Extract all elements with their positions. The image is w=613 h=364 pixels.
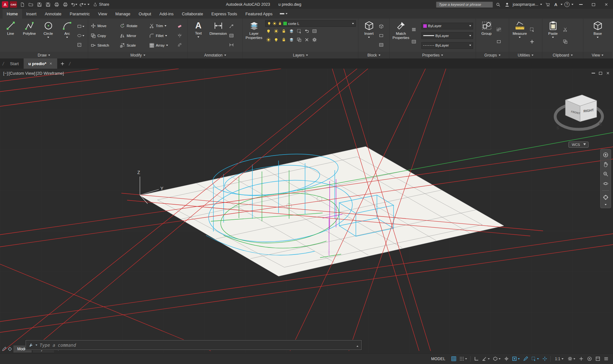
viewport-view-control[interactable]: [Custom View]: [9, 71, 35, 76]
layer-freeze-icon[interactable]: [274, 29, 279, 34]
autocad-logo-icon[interactable]: A: [2, 1, 8, 8]
batch-plot-icon[interactable]: [62, 1, 69, 8]
quick-properties-button[interactable]: [411, 39, 416, 44]
layer-walk-icon[interactable]: [289, 37, 294, 42]
window-restore-button[interactable]: [588, 1, 599, 8]
ribbon-tab-parametric[interactable]: Parametric: [65, 9, 94, 19]
isolate-objects-button[interactable]: [586, 355, 593, 363]
object-snap-toggle[interactable]: [511, 355, 521, 363]
object-color-dropdown[interactable]: ByLayer: [421, 23, 473, 29]
autocad-badge-icon[interactable]: CAD: [10, 1, 17, 8]
panel-layers-footer[interactable]: Layers: [243, 52, 358, 58]
command-input[interactable]: [40, 343, 354, 348]
erase-button[interactable]: [177, 24, 182, 29]
undo-icon[interactable]: [70, 1, 77, 8]
move-button[interactable]: Move: [90, 23, 118, 29]
grid-toggle[interactable]: [450, 355, 457, 363]
rotate-button[interactable]: Rotate: [119, 23, 147, 29]
workspace-settings-button[interactable]: [566, 355, 577, 363]
turn-all-layers-on-icon[interactable]: [266, 37, 271, 42]
ribbon-tab-addins[interactable]: Add-ins: [155, 9, 178, 19]
compass-east-label[interactable]: E: [599, 122, 602, 126]
layer-lock-toggle-icon[interactable]: [281, 29, 286, 34]
linetype-dropdown[interactable]: ByLayer: [421, 42, 473, 49]
layer-delete-icon[interactable]: [304, 37, 309, 42]
redo-icon[interactable]: [79, 1, 86, 8]
open-file-icon[interactable]: [27, 1, 34, 8]
panel-draw-footer[interactable]: Draw: [0, 52, 88, 58]
pencil-icon[interactable]: [2, 347, 6, 351]
panel-block-footer[interactable]: Block: [358, 52, 389, 58]
measure-button[interactable]: Measure: [511, 19, 529, 52]
trim-button[interactable]: Trim: [148, 23, 176, 29]
group-button[interactable]: Group: [478, 19, 495, 52]
ribbon-tab-collaborate[interactable]: Collaborate: [178, 9, 207, 19]
user-menu-caret-icon[interactable]: [540, 4, 542, 5]
ellipse-button[interactable]: [77, 33, 84, 38]
clean-screen-button[interactable]: [594, 355, 602, 363]
customization-menu-button[interactable]: [602, 355, 610, 363]
thaw-all-layers-icon[interactable]: [274, 37, 279, 42]
plot-icon[interactable]: [53, 1, 60, 8]
paste-button[interactable]: Paste: [544, 19, 562, 52]
layer-off-icon[interactable]: [266, 29, 271, 34]
annotation-monitor-button[interactable]: [577, 355, 585, 363]
scale-button[interactable]: Scale: [119, 42, 147, 49]
new-file-icon[interactable]: [19, 1, 26, 8]
copy-clip-button[interactable]: [563, 39, 568, 44]
panel-clipboard-footer[interactable]: Clipboard: [542, 52, 583, 58]
zoom-icon[interactable]: [603, 171, 609, 177]
fillet-button[interactable]: Fillet: [148, 33, 176, 39]
layer-state-icon[interactable]: [312, 29, 317, 34]
autodesk-app-icon[interactable]: A: [553, 2, 559, 7]
new-drawing-tab-button[interactable]: [57, 58, 68, 69]
search-icon[interactable]: [495, 1, 502, 8]
steering-target-icon[interactable]: [603, 194, 609, 200]
navigation-bar[interactable]: [600, 149, 611, 208]
save-as-icon[interactable]: [44, 1, 51, 8]
polyline-button[interactable]: Polyline: [20, 19, 38, 52]
viewport-restore-icon[interactable]: [599, 72, 602, 75]
base-button[interactable]: Base: [589, 19, 607, 52]
share-button[interactable]: Share: [91, 2, 111, 7]
drawing-canvas[interactable]: Z Y S E FRONT RIGHT: [0, 69, 613, 353]
wcs-label[interactable]: WCS: [572, 143, 580, 147]
window-close-button[interactable]: [601, 1, 612, 8]
offset-button[interactable]: [177, 42, 182, 47]
viewport-minimize-control[interactable]: [−]: [3, 71, 8, 76]
text-button[interactable]: AText: [189, 19, 207, 52]
signed-in-user[interactable]: joaopmarque...: [513, 2, 538, 7]
match-properties-button[interactable]: Match Properties: [391, 19, 410, 52]
viewport-close-icon[interactable]: [606, 71, 610, 75]
viewport-minimize-icon[interactable]: [592, 73, 595, 73]
navigation-wheel-icon[interactable]: [603, 152, 609, 158]
viewport-visualstyle-control[interactable]: [2D Wireframe]: [36, 71, 64, 76]
circle-button[interactable]: Circle: [39, 19, 57, 52]
dimension-button[interactable]: Dimension: [208, 19, 228, 52]
ribbon-tab-view[interactable]: View: [94, 9, 111, 19]
isometric-drafting-toggle[interactable]: [492, 355, 502, 363]
cart-icon[interactable]: [544, 1, 551, 8]
help-menu-caret-icon[interactable]: [571, 4, 573, 5]
ribbon-tab-manage[interactable]: Manage: [111, 9, 134, 19]
user-avatar-icon[interactable]: [504, 1, 511, 8]
qat-customize-icon[interactable]: [88, 4, 89, 5]
selection-cycling-toggle[interactable]: [530, 355, 540, 363]
panel-groups-footer[interactable]: Groups: [476, 52, 509, 58]
edit-block-button[interactable]: [379, 24, 384, 29]
ribbon-tab-output[interactable]: Output: [134, 9, 155, 19]
app-menu-caret-icon[interactable]: [561, 4, 563, 5]
save-icon[interactable]: [36, 1, 43, 8]
search-input[interactable]: [436, 2, 493, 8]
target-icon[interactable]: [8, 347, 12, 351]
panel-utilities-footer[interactable]: Utilities: [509, 52, 542, 58]
navbar-more-icon[interactable]: [605, 204, 607, 205]
ortho-toggle[interactable]: [472, 355, 480, 363]
panel-properties-footer[interactable]: Properties: [390, 52, 476, 58]
line-button[interactable]: Line: [2, 19, 19, 52]
orbit-icon[interactable]: [603, 181, 609, 186]
quick-calculator-button[interactable]: [530, 39, 534, 44]
tab-start[interactable]: Start: [5, 58, 23, 69]
insert-button[interactable]: Insert: [360, 19, 378, 52]
command-line[interactable]: [26, 340, 362, 350]
